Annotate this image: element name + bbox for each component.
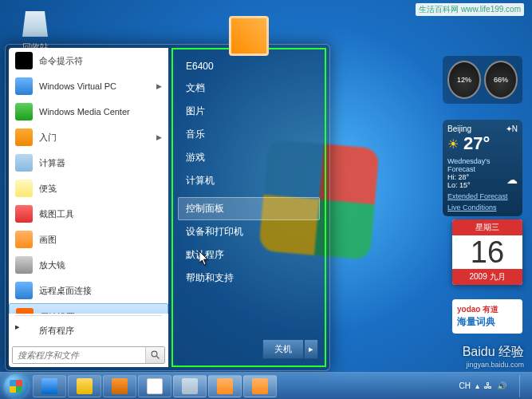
recycle-bin-icon [19, 8, 51, 40]
taskbar-item-paint[interactable] [208, 375, 242, 397]
taskbar-item-youdao[interactable] [138, 375, 171, 397]
taskbar-item-wmp[interactable] [103, 375, 136, 397]
show-desktop-button[interactable] [519, 375, 527, 397]
system-tray: CH ▴ 🖧 🔊 [459, 375, 532, 397]
start-menu-program-item[interactable]: 画图 [9, 227, 168, 252]
start-menu-program-item[interactable]: 属性设置 [9, 303, 168, 314]
watermark-top: 生活百科网 www.life199.com [416, 3, 524, 16]
tray-lang-indicator[interactable]: CH [459, 381, 471, 390]
all-programs-label: 所有程序 [39, 325, 74, 337]
search-input[interactable] [13, 347, 145, 363]
user-picture[interactable] [229, 16, 269, 56]
start-button[interactable] [0, 373, 32, 400]
volume-icon[interactable]: 🔊 [497, 381, 506, 390]
windows-logo-icon [4, 374, 28, 398]
start-menu-right-item[interactable]: 默认程序 [178, 243, 320, 267]
weather-lo: Lo: 15° [447, 181, 471, 189]
start-menu-right-item[interactable]: 图片 [178, 100, 320, 123]
start-menu-right-item[interactable]: 设备和打印机 [178, 220, 320, 243]
weather-city: Beijing [447, 124, 471, 133]
program-label: 命令提示符 [39, 55, 83, 67]
program-icon [15, 77, 33, 95]
start-menu-divider [15, 315, 162, 316]
calendar-day: 16 [452, 235, 522, 269]
start-menu-program-item[interactable]: 远程桌面连接 [9, 278, 168, 303]
sun-icon: ☀ [447, 136, 459, 152]
start-menu-right-item[interactable]: 帮助和支持 [178, 267, 320, 290]
program-icon [15, 231, 33, 248]
submenu-arrow-icon: ▶ [156, 133, 162, 141]
start-menu-program-item[interactable]: 命令提示符 [9, 48, 168, 73]
start-menu-right-item[interactable]: 计算机 [178, 169, 320, 192]
shutdown-button-group: 关机 ▸ [262, 339, 318, 359]
extended-forecast-link[interactable]: Extended Forecast [447, 192, 508, 200]
program-label: 入门 [39, 132, 57, 144]
program-label: Windows Media Center [39, 107, 130, 117]
program-label: 远程桌面连接 [39, 285, 92, 297]
program-label: 画图 [39, 234, 57, 246]
notepad-icon [182, 378, 198, 394]
program-icon [15, 205, 33, 223]
network-icon[interactable]: 🖧 [484, 381, 492, 390]
program-label: 计算器 [39, 157, 65, 169]
start-menu-search [12, 346, 165, 364]
all-programs-icon: ▸ [15, 322, 33, 339]
weather-hi: Hi: 28° [447, 173, 471, 181]
program-icon [16, 308, 33, 314]
all-programs-item[interactable]: ▸ 所有程序 [9, 318, 168, 343]
program-label: 便笺 [39, 183, 57, 195]
cloud-icon: ☁ [506, 173, 518, 189]
program-icon [15, 52, 33, 69]
wmp-icon [112, 378, 128, 394]
ie-icon [41, 378, 57, 394]
search-icon[interactable] [145, 347, 164, 363]
start-menu: 命令提示符 Windows Virtual PC ▶ Windows Media… [5, 44, 330, 371]
program-icon [15, 180, 33, 197]
program-icon [15, 282, 33, 299]
start-menu-program-item[interactable]: Windows Media Center [9, 99, 168, 124]
program-icon [15, 154, 33, 172]
youdao-tagline: 海量词典 [457, 315, 518, 329]
start-menu-program-item[interactable]: Windows Virtual PC ▶ [9, 73, 168, 99]
compass-icon: ✦N [506, 124, 518, 133]
start-menu-right-pane: E6400文档图片音乐游戏计算机控制面板设备和打印机默认程序帮助和支持 关机 ▸ [171, 48, 326, 367]
taskbar-item-ie[interactable] [33, 375, 66, 397]
start-menu-right-item[interactable]: 文档 [178, 77, 320, 100]
program-icon [15, 256, 33, 274]
tray-up-icon[interactable]: ▴ [475, 381, 479, 390]
youdao-brand: yodao 有道 [457, 304, 518, 315]
shutdown-options-button[interactable]: ▸ [304, 339, 318, 359]
start-menu-program-item[interactable]: 截图工具 [9, 201, 168, 227]
svg-line-1 [156, 357, 159, 359]
ram-dial: 66% [484, 61, 518, 99]
weather-temperature: 27° [463, 133, 490, 154]
start-menu-right-item[interactable]: E6400 [178, 56, 320, 77]
start-menu-program-item[interactable]: 便笺 [9, 176, 168, 201]
youdao-icon [147, 378, 163, 394]
svg-point-0 [152, 351, 157, 357]
taskbar-item-explorer[interactable] [68, 375, 101, 397]
live-conditions-link[interactable]: Live Conditions [447, 203, 497, 211]
gadget-cpu-meter[interactable]: 12% 66% [443, 56, 522, 104]
start-menu-program-item[interactable]: 入门 ▶ [9, 124, 168, 150]
shutdown-button[interactable]: 关机 [262, 339, 304, 359]
taskbar-item-paint2[interactable] [243, 375, 277, 397]
program-label: 放大镜 [39, 259, 65, 271]
start-menu-right-item[interactable]: 音乐 [178, 123, 320, 146]
paint-icon [252, 378, 268, 394]
start-menu-program-item[interactable]: 放大镜 [9, 252, 168, 278]
start-menu-program-item[interactable]: 计算器 [9, 150, 168, 176]
calendar-month-year: 2009 九月 [452, 269, 522, 285]
program-label: 属性设置 [40, 311, 75, 314]
paint-icon [217, 378, 233, 394]
start-menu-right-item[interactable]: 控制面板 [178, 197, 320, 220]
gadget-weather[interactable]: Beijing ✦N ☀ 27° Wednesday's Forecast Hi… [443, 120, 522, 216]
program-icon [15, 103, 33, 120]
calendar-weekday: 星期三 [452, 219, 522, 235]
gadget-youdao[interactable]: yodao 有道 海量词典 [452, 299, 522, 334]
gadget-calendar[interactable]: 星期三 16 2009 九月 [452, 219, 522, 285]
start-menu-right-item[interactable]: 游戏 [178, 146, 320, 169]
taskbar-item-notepad[interactable] [173, 375, 207, 397]
program-icon [15, 128, 33, 146]
start-menu-left-pane: 命令提示符 Windows Virtual PC ▶ Windows Media… [9, 48, 168, 367]
